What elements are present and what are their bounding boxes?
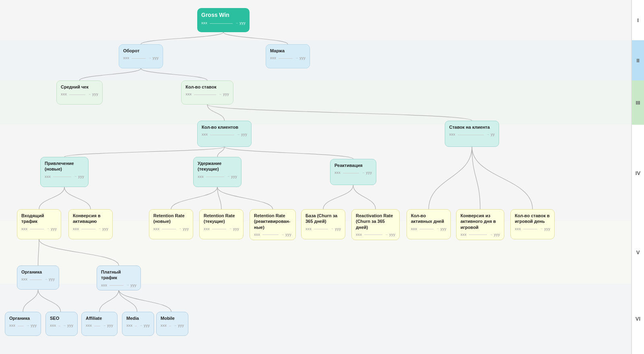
node-vhodyashiy[interactable]: Входящий трафикxxx→yyy <box>17 209 61 239</box>
node-title-media: Media <box>126 315 150 321</box>
level-tab-V: V <box>631 221 644 284</box>
node-retention_new[interactable]: Retention Rate (новые)xxx→yyy <box>149 209 193 239</box>
level-tab-IV: IV <box>631 125 644 221</box>
level-tab-I: I <box>631 0 644 40</box>
node-title-stavok_na_klienta: Ставок на клиента <box>449 124 495 130</box>
node-reactivaciya[interactable]: Реактивацияxxx→yyy <box>330 159 376 185</box>
node-uderzhanie[interactable]: Удержание (текущие)xxx→yyy <box>193 157 242 187</box>
connector-reactivaciya-reactivation_rate <box>353 185 376 209</box>
node-title-konversiya_akt: Конверсия в активацию <box>73 213 108 224</box>
node-footer-kol_aktivnih: xxx→yyy <box>411 227 446 232</box>
stripe-level-IV <box>0 125 631 221</box>
node-title-sredniy_chek: Средний чек <box>61 84 98 90</box>
connector-stavok_na_klienta-konversiya_igrovoy <box>472 147 481 209</box>
node-title-oborot: Оборот <box>123 48 159 54</box>
level-tab-III: III <box>631 80 644 125</box>
node-title-retention_cur: Retention Rate (текущие) <box>204 213 239 224</box>
node-footer-gross_win: xxx→yyy <box>201 21 246 26</box>
node-footer-media: xxx→yyy <box>126 323 150 328</box>
node-footer-uderzhanie: xxx→yyy <box>198 175 237 179</box>
connector-oborot-kol_stavok <box>141 68 207 80</box>
node-privlechenie[interactable]: Привлечение (новые)xxx→yyy <box>40 157 89 187</box>
node-title-marzha: Маржа <box>270 48 305 54</box>
node-footer-vhodyashiy: xxx→yyy <box>21 227 57 232</box>
node-konversiya_akt[interactable]: Конверсия в активациюxxx→yyy <box>68 209 113 239</box>
node-kol_klientov[interactable]: Кол-во клиентовxxx→yyy <box>197 121 252 147</box>
node-kol_aktivnih[interactable]: Кол-во активных днейxxx→yyy <box>407 209 451 239</box>
connector-stavok_na_klienta-kol_aktivnih <box>429 147 472 209</box>
connector-gross_win-oborot <box>141 32 223 44</box>
node-footer-kol_stavok: xxx→yyy <box>186 92 229 97</box>
node-baza_churn[interactable]: База (Churn за 365 дней)xxx→yyy <box>301 209 345 239</box>
node-footer-marzha: xxx→yyy <box>270 56 305 61</box>
connector-uderzhanie-retention_new <box>171 187 217 209</box>
node-footer-retention_cur: xxx→yyy <box>204 227 239 232</box>
connector-platny_trafik-affiliate <box>99 290 119 312</box>
level-tab-II: II <box>631 40 644 80</box>
node-konversiya_igrovoy[interactable]: Конверсия из активного дня в игровойxxx→… <box>456 209 504 240</box>
connector-gross_win-marzha <box>223 32 288 44</box>
node-title-baza_churn: База (Churn за 365 дней) <box>305 213 341 224</box>
node-footer-affiliate: xxx→yyy <box>86 323 113 328</box>
node-footer-privlechenie: xxx→yyy <box>45 175 84 179</box>
connector-organika_group-seo <box>38 290 61 312</box>
node-platny_trafik[interactable]: Платный трафикxxx→yyy <box>97 266 141 290</box>
node-mobile[interactable]: Mobilexxx→yyy <box>156 312 188 336</box>
node-footer-sredniy_chek: xxx→yyy <box>61 92 98 97</box>
node-title-privlechenie: Привлечение (новые) <box>45 161 84 172</box>
node-footer-kol_stavok_igr: xxx→yyy <box>515 227 550 232</box>
node-footer-stavok_na_klienta: xxx→yy <box>449 132 495 137</box>
node-title-gross_win: Gross Win <box>201 11 246 19</box>
connector-reactivaciya-baza_churn <box>323 185 353 209</box>
canvas-area[interactable]: Gross Winxxx→yyyОборотxxx→yyyМаржаxxx→yy… <box>0 0 631 354</box>
node-title-kol_aktivnih: Кол-во активных дней <box>411 213 446 224</box>
node-footer-retention_react: xxx→yyy <box>254 233 291 237</box>
connector-kol_stavok-stavok_na_klienta <box>207 105 472 121</box>
node-gross_win[interactable]: Gross Winxxx→yyy <box>197 8 250 32</box>
node-stavok_na_klienta[interactable]: Ставок на клиентаxxx→yy <box>445 121 499 147</box>
connector-privlechenie-vhodyashiy <box>39 187 64 209</box>
node-sredniy_chek[interactable]: Средний чекxxx→yyy <box>56 80 103 105</box>
connector-platny_trafik-mobile <box>119 290 171 312</box>
node-organika_leaf[interactable]: Органикаxxx→yyy <box>5 312 41 336</box>
node-seo[interactable]: SEOxxx→yyy <box>45 312 78 336</box>
node-organika_group[interactable]: Органикаxxx→yyy <box>17 266 59 290</box>
node-footer-seo: xxx→yyy <box>50 323 73 328</box>
right-sidebar: IIIIIIIVVVI <box>631 0 644 354</box>
connector-oborot-sredniy_chek <box>80 68 141 80</box>
node-title-konversiya_igrovoy: Конверсия из активного дня в игровой <box>460 213 500 230</box>
node-title-retention_react: Retention Rate (реактивирован-ные) <box>254 213 291 230</box>
connector-vhodyashiy-platny_trafik <box>39 239 119 266</box>
node-footer-reactivaciya: xxx→yyy <box>334 171 372 175</box>
node-title-kol_klientov: Кол-во клиентов <box>202 124 247 130</box>
node-footer-platny_trafik: xxx→yyy <box>101 283 136 288</box>
node-title-reactivation_rate: Reactivation Rate (Churn за 365 дней) <box>356 213 395 230</box>
node-title-platny_trafik: Платный трафик <box>101 269 136 281</box>
node-title-vhodyashiy: Входящий трафик <box>21 213 57 224</box>
connector-vhodyashiy-organika_group <box>38 239 39 266</box>
main-container: Gross Winxxx→yyyОборотxxx→yyyМаржаxxx→yy… <box>0 0 644 354</box>
node-footer-organika_group: xxx→yyy <box>21 277 55 282</box>
connector-uderzhanie-retention_cur <box>217 187 221 209</box>
node-retention_react[interactable]: Retention Rate (реактивирован-ные)xxx→yy… <box>250 209 296 240</box>
node-media[interactable]: Mediaxxx→yyy <box>122 312 154 336</box>
node-footer-kol_klientov: xxx→yyy <box>202 132 247 137</box>
connector-privlechenie-konversiya_akt <box>64 187 91 209</box>
node-oborot[interactable]: Оборотxxx→yyy <box>119 44 163 68</box>
node-footer-mobile: xxx→yyy <box>161 323 184 328</box>
node-retention_cur[interactable]: Retention Rate (текущие)xxx→yyy <box>199 209 244 239</box>
node-kol_stavok_igr[interactable]: Кол-во ставок в игровой деньxxx→yyy <box>510 209 555 239</box>
node-reactivation_rate[interactable]: Reactivation Rate (Churn за 365 дней)xxx… <box>351 209 400 240</box>
node-footer-reactivation_rate: xxx→yyy <box>356 233 395 237</box>
level-tab-VI: VI <box>631 284 644 354</box>
node-marzha[interactable]: Маржаxxx→yyy <box>266 44 310 68</box>
node-affiliate[interactable]: Affiliatexxx→yyy <box>81 312 118 336</box>
node-title-seo: SEO <box>50 315 73 321</box>
node-title-kol_stavok_igr: Кол-во ставок в игровой день <box>515 213 550 224</box>
node-kol_stavok[interactable]: Кол-во ставокxxx→yyy <box>181 80 233 105</box>
node-title-mobile: Mobile <box>161 315 184 321</box>
stripe-level-II <box>0 40 631 80</box>
connector-kol_klientov-reactivaciya <box>225 147 353 159</box>
connector-kol_klientov-uderzhanie <box>217 147 225 157</box>
node-title-reactivaciya: Реактивация <box>334 163 372 168</box>
